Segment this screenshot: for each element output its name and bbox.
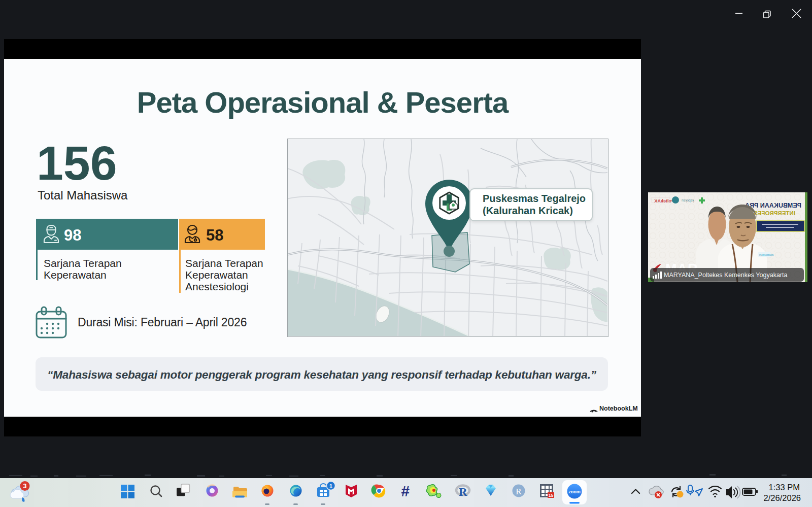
svg-text:zoom: zoom xyxy=(568,489,581,494)
svg-text:3: 3 xyxy=(23,483,27,490)
svg-text:2/26/2026: 2/26/2026 xyxy=(764,493,801,502)
svg-text:nɘʞɘqɘʞ: nɘʞɘqɘʞ xyxy=(682,198,694,202)
svg-text:Kemenkes: Kemenkes xyxy=(759,253,773,256)
svg-text:1: 1 xyxy=(329,483,333,489)
svg-text:PEMBUKAAN PRA: PEMBUKAAN PRA xyxy=(745,202,801,209)
svg-text:R: R xyxy=(516,487,522,496)
svg-text:15: 15 xyxy=(549,493,554,498)
svg-text:R: R xyxy=(459,486,467,498)
svg-text:1:33 PM: 1:33 PM xyxy=(769,483,800,492)
svg-text:#: # xyxy=(401,483,410,499)
